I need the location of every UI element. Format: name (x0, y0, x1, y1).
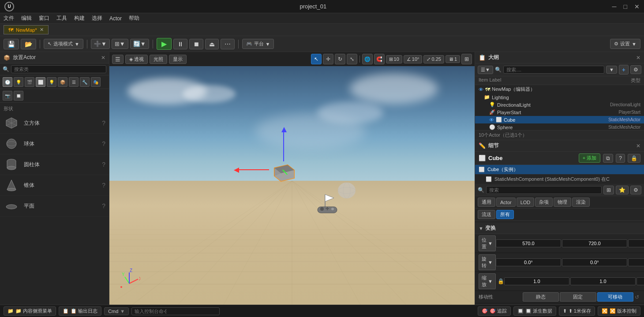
tab-physics[interactable]: 物理 (554, 198, 571, 207)
outline-filter-btn[interactable]: ☰▼ (478, 66, 493, 74)
details-grid-btn[interactable]: ⊞ (603, 186, 614, 194)
mobility-stationary[interactable]: 固定 (560, 292, 596, 302)
move-tool[interactable]: ✛ (323, 54, 333, 64)
cube-eye-icon[interactable]: 👁 (489, 117, 494, 123)
mobility-movable[interactable]: 可移动 (597, 292, 633, 302)
minimize-button[interactable]: ─ (612, 3, 617, 10)
tracking-button[interactable]: 🎯🎯 追踪 (478, 306, 511, 316)
cat-extra2[interactable]: 🎭 (91, 77, 101, 87)
grid-size-value[interactable]: ⊞10 (386, 55, 402, 63)
tab-all[interactable]: 所有 (496, 210, 514, 219)
console-input[interactable] (131, 307, 220, 315)
shape-cone-help[interactable]: ? (102, 182, 105, 189)
details-copy-btn[interactable]: ⧉ (603, 154, 613, 163)
more-button[interactable]: ⋯ (221, 39, 235, 49)
open-button[interactable]: 📂 (21, 39, 36, 49)
scale-lock-icon[interactable]: 🔒 (498, 278, 504, 284)
cat-extra4[interactable]: 🔲 (14, 91, 23, 101)
cmd-dropdown[interactable]: ▼ (120, 309, 125, 314)
cat-recent[interactable]: 🕐 (3, 77, 12, 87)
shape-cube[interactable]: 立方体 ? (0, 113, 109, 134)
details-gear-btn[interactable]: ⚙ (630, 186, 641, 194)
viewport-menu-button[interactable]: ☰ (112, 55, 124, 64)
details-star-btn[interactable]: ⭐ (616, 186, 629, 194)
outline-settings-btn[interactable]: ⚙ (630, 65, 641, 74)
camera-options[interactable]: ⊞ (461, 54, 472, 64)
transform-section-header[interactable]: ▼ 变换 (475, 223, 644, 234)
tab-streaming[interactable]: 流送 (478, 210, 495, 219)
rotate-tool[interactable]: ↻ (335, 54, 345, 64)
tab-actor[interactable]: Actor (496, 198, 516, 207)
outline-item-cube[interactable]: 👁 ⬜ Cube StaticMeshActor (475, 116, 644, 123)
tab-close-icon[interactable]: ✕ (40, 27, 44, 33)
menu-select[interactable]: 选择 (92, 15, 102, 22)
details-close-icon[interactable]: ✕ (636, 143, 640, 149)
transform-button[interactable]: 🔄▼ (130, 39, 149, 49)
outline-dropdown[interactable]: ▼ (606, 66, 617, 74)
cat-shapes[interactable]: ⬜ (36, 77, 45, 87)
shape-sphere[interactable]: 球体 ? (0, 134, 109, 154)
show-button[interactable]: 显示 (169, 55, 187, 64)
select-tool[interactable]: ↖ (311, 54, 322, 64)
spawn-data-button[interactable]: 🔲🔲 派生数据 (513, 306, 556, 316)
perspective-button[interactable]: ◈透视 (125, 55, 148, 64)
position-z[interactable] (628, 239, 644, 247)
shape-cube-help[interactable]: ? (102, 119, 105, 127)
outline-item-newmap[interactable]: 👁 🗺 NewMap（编辑器） (475, 85, 644, 93)
menu-file[interactable]: 文件 (4, 15, 14, 22)
cat-all[interactable]: ☰ (69, 77, 79, 87)
position-dropdown[interactable]: 位置▼ (479, 235, 496, 251)
outline-close-icon[interactable]: ✕ (636, 55, 640, 61)
menu-help[interactable]: 帮助 (129, 15, 139, 22)
lighting-button[interactable]: 光照 (150, 55, 167, 64)
cat-extra3[interactable]: 📷 (3, 91, 12, 101)
angle-value[interactable]: ∠10° (404, 55, 423, 63)
save-meter-button[interactable]: ⬆⬆ 1米保存 (559, 306, 595, 316)
shape-cone[interactable]: 锥体 ? (0, 175, 109, 196)
eject-button[interactable]: ⏏ (205, 39, 219, 49)
mobility-reset[interactable]: ↺ (633, 294, 640, 300)
position-x[interactable] (496, 239, 561, 247)
scale-tool[interactable]: ⤡ (347, 54, 357, 64)
shape-plane-help[interactable]: ? (102, 202, 105, 209)
outline-item-sphere[interactable]: ⚪ Sphere StaticMeshActor (475, 123, 644, 130)
tab-rendering[interactable]: 渲染 (572, 198, 590, 207)
details-add-button[interactable]: + 添加 (579, 153, 600, 163)
tab-lod[interactable]: LOD (517, 198, 535, 207)
screen-value[interactable]: 🖥1 (446, 55, 460, 63)
version-control-button[interactable]: 🔀🔀 版本控制 (598, 306, 640, 316)
shape-cylinder[interactable]: 圆柱体 ? (0, 154, 109, 175)
tab-misc[interactable]: 杂项 (535, 198, 553, 207)
outline-item-playerstart[interactable]: 🚀 PlayerStart PlayerStart (475, 108, 644, 116)
stop-button[interactable]: ⏹ (189, 39, 203, 49)
select-mode-button[interactable]: ↖选项模式▼ (44, 39, 83, 49)
platform-button[interactable]: 🎮平台▼ (242, 39, 274, 49)
world-grid-icon[interactable]: 🌐 (362, 54, 373, 64)
menu-build[interactable]: 构建 (74, 15, 85, 22)
outline-item-directionallight[interactable]: 💡 DirectionalLight DirectionalLight (475, 101, 644, 108)
component-static-mesh[interactable]: ⬜ StaticMeshComponent (StaticMeshCompone… (475, 175, 644, 184)
map-tab[interactable]: 🗺 NewMap* ✕ (4, 25, 49, 34)
rotation-x[interactable] (496, 258, 561, 266)
position-y[interactable] (562, 239, 627, 247)
close-button[interactable]: ✕ (634, 3, 640, 10)
play-button[interactable]: ▶ (157, 38, 172, 50)
scale-value[interactable]: ⤢0.25 (423, 55, 444, 63)
menu-window[interactable]: 窗口 (39, 15, 49, 22)
scale-x[interactable] (504, 277, 569, 285)
place-actor-search[interactable] (11, 65, 106, 73)
snap-button[interactable]: ⊞▼ (112, 39, 128, 49)
maximize-button[interactable]: □ (624, 3, 627, 10)
component-cube-instance[interactable]: ⬜ Cube（实例） (475, 165, 644, 175)
menu-tools[interactable]: 工具 (56, 15, 67, 22)
rotation-z[interactable] (628, 258, 644, 266)
cat-lights[interactable]: 💡 (47, 77, 56, 87)
cat-volumes[interactable]: 📦 (58, 77, 67, 87)
menu-edit[interactable]: 编辑 (21, 15, 32, 22)
output-log-button[interactable]: 📋📋 输出日志 (59, 306, 101, 316)
shape-plane[interactable]: 平面 ? (0, 196, 109, 216)
place-actor-close[interactable]: ✕ (101, 55, 105, 61)
tab-general[interactable]: 通用 (478, 198, 495, 207)
outline-item-lighting[interactable]: 📁 Lighting (475, 93, 644, 101)
save-button[interactable]: 💾 (4, 39, 19, 49)
